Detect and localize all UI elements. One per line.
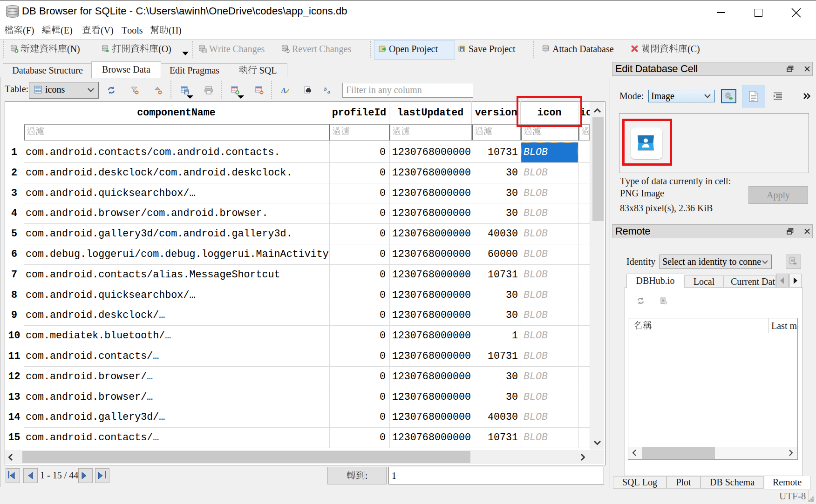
svg-text:A: A [281, 87, 286, 94]
svg-text:a: a [327, 89, 330, 94]
svg-text:b: b [324, 86, 327, 92]
